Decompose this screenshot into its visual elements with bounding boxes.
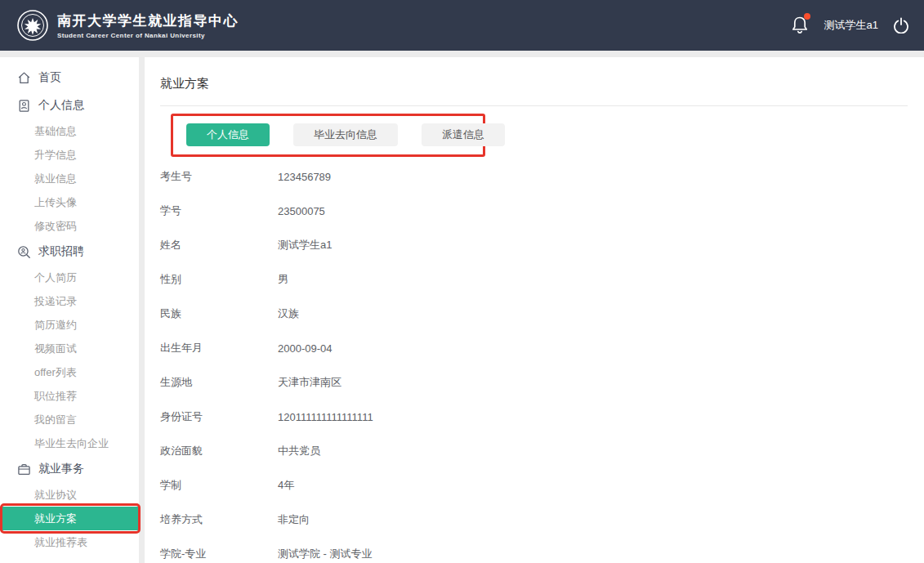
sidebar-item-label: 就业协议: [34, 488, 77, 503]
sidebar-item-label: offer列表: [34, 365, 77, 380]
sidebar-item-label: 职位推荐: [34, 389, 77, 404]
sidebar-item-resume-invitations[interactable]: 简历邀约: [0, 313, 139, 337]
field-label: 政治面貌: [160, 444, 278, 458]
sidebar-item-home[interactable]: 首页: [0, 64, 139, 92]
sidebar-item-basic-info[interactable]: 基础信息: [0, 119, 139, 143]
form-row-exam-number: 考生号123456789: [160, 159, 908, 194]
sidebar-item-employment-plan[interactable]: 就业方案: [0, 507, 139, 530]
sidebar-item-job-search[interactable]: 求职招聘: [0, 238, 139, 266]
sidebar-item-label: 我的留言: [34, 413, 77, 427]
form-row-student-id: 学号23500075: [160, 194, 908, 228]
main-content: 就业方案 个人信息 毕业去向信息 派遣信息 考生号123456789 学号235…: [145, 57, 924, 563]
brand-title-en: Student Career Center of Nankai Universi…: [57, 32, 239, 39]
personal-info-form: 考生号123456789 学号23500075 姓名测试学生a1 性别男 民族汉…: [160, 159, 908, 563]
field-label: 学院-专业: [160, 547, 278, 561]
field-value: 23500075: [278, 205, 325, 217]
sidebar-item-label: 升学信息: [34, 148, 77, 163]
form-row-ethnicity: 民族汉族: [160, 297, 908, 331]
sidebar-item-resume[interactable]: 个人简历: [0, 266, 139, 289]
sidebar-item-graduate-destination-companies[interactable]: 毕业生去向企业: [0, 431, 139, 455]
form-row-place-of-origin: 生源地天津市津南区: [160, 365, 908, 400]
sidebar-item-further-study-info[interactable]: 升学信息: [0, 143, 139, 167]
field-label: 学号: [160, 203, 278, 218]
form-row-college-major: 学院-专业测试学院 - 测试专业: [160, 537, 908, 563]
field-value: 2000-09-04: [278, 342, 333, 355]
sidebar-item-label: 就业信息: [34, 172, 77, 186]
form-row-political-status: 政治面貌中共党员: [160, 434, 908, 468]
briefcase-icon: [17, 462, 31, 476]
sidebar-item-label: 基础信息: [34, 124, 77, 139]
sidebar-item-label: 毕业生去向企业: [34, 436, 109, 451]
field-value: 4年: [278, 478, 294, 493]
title-divider: [160, 105, 908, 106]
sidebar-item-upload-avatar[interactable]: 上传头像: [0, 190, 139, 214]
sidebar-item-label: 修改密码: [34, 219, 77, 234]
app-header: 南开大学学生就业指导中心 Student Career Center of Na…: [0, 0, 924, 51]
form-row-training-mode: 培养方式非定向: [160, 503, 908, 537]
brand-title: 南开大学学生就业指导中心 Student Career Center of Na…: [57, 11, 239, 39]
sidebar-item-label: 就业事务: [38, 462, 84, 476]
logout-power-button[interactable]: [893, 17, 909, 34]
sidebar-item-label: 视频面试: [34, 342, 77, 356]
field-value: 非定向: [278, 512, 310, 527]
home-icon: [17, 71, 31, 85]
power-icon: [893, 17, 909, 34]
tab-personal-info[interactable]: 个人信息: [186, 123, 270, 146]
sidebar-item-offer-list[interactable]: offer列表: [0, 360, 139, 384]
field-value: 男: [278, 272, 288, 287]
sidebar-item-my-messages[interactable]: 我的留言: [0, 408, 139, 431]
field-label: 民族: [160, 306, 278, 321]
field-value: 天津市津南区: [278, 375, 341, 390]
sidebar-item-employment-agreement[interactable]: 就业协议: [0, 483, 139, 507]
field-label: 姓名: [160, 238, 278, 252]
sidebar-item-employment-info[interactable]: 就业信息: [0, 167, 139, 190]
sidebar-item-label: 就业方案: [34, 512, 77, 526]
field-label: 身份证号: [160, 409, 278, 424]
sidebar-item-employment-recommendation-form[interactable]: 就业推荐表: [0, 530, 139, 554]
form-row-name: 姓名测试学生a1: [160, 228, 908, 262]
form-row-study-duration: 学制4年: [160, 468, 908, 503]
field-label: 出生年月: [160, 341, 278, 355]
sidebar-item-label: 首页: [38, 70, 61, 85]
form-row-gender: 性别男: [160, 262, 908, 297]
sidebar-item-job-recommendations[interactable]: 职位推荐: [0, 384, 139, 408]
field-value: 测试学生a1: [278, 238, 332, 252]
field-value: 123456789: [278, 171, 331, 183]
sidebar-item-change-password[interactable]: 修改密码: [0, 214, 139, 238]
annotation-red-box-tabs: 个人信息 毕业去向信息 派遣信息: [171, 114, 485, 157]
sidebar-item-personal-info[interactable]: 个人信息: [0, 92, 139, 119]
search-person-icon: [17, 245, 31, 259]
page-title: 就业方案: [160, 76, 908, 92]
form-row-id-number: 身份证号120111111111111111: [160, 400, 908, 434]
sidebar-item-label: 投递记录: [34, 294, 77, 309]
notification-unread-dot: [804, 13, 810, 20]
sidebar-item-video-interview[interactable]: 视频面试: [0, 337, 139, 360]
sidebar-item-label: 个人简历: [34, 270, 77, 285]
field-value: 汉族: [278, 306, 299, 321]
field-label: 考生号: [160, 169, 278, 184]
field-value: 测试学院 - 测试专业: [278, 547, 373, 561]
sidebar-item-label: 个人信息: [38, 98, 84, 113]
sidebar: 首页 个人信息 基础信息 升学信息 就业信息 上传头像 修改密码 求职招聘 个人…: [0, 57, 139, 563]
sidebar-item-label: 就业推荐表: [34, 535, 87, 550]
university-logo: [16, 9, 49, 42]
field-label: 性别: [160, 272, 278, 287]
field-label: 培养方式: [160, 512, 278, 527]
profile-card-icon: [17, 99, 31, 113]
field-label: 学制: [160, 478, 278, 493]
current-username[interactable]: 测试学生a1: [824, 18, 878, 33]
sidebar-item-label: 上传头像: [34, 195, 77, 210]
sidebar-item-application-history[interactable]: 投递记录: [0, 289, 139, 313]
notification-bell-button[interactable]: [790, 15, 810, 36]
tab-graduation-destination-info[interactable]: 毕业去向信息: [293, 123, 398, 146]
sidebar-item-label: 求职招聘: [38, 244, 84, 259]
field-value: 中共党员: [278, 444, 320, 458]
form-row-birth-date: 出生年月2000-09-04: [160, 331, 908, 365]
sidebar-item-label: 简历邀约: [34, 318, 77, 333]
field-value: 120111111111111111: [278, 411, 373, 423]
field-label: 生源地: [160, 375, 278, 390]
brand-title-zh: 南开大学学生就业指导中心: [57, 11, 239, 30]
tab-dispatch-info[interactable]: 派遣信息: [422, 123, 505, 146]
sidebar-item-employment-affairs[interactable]: 就业事务: [0, 455, 139, 483]
